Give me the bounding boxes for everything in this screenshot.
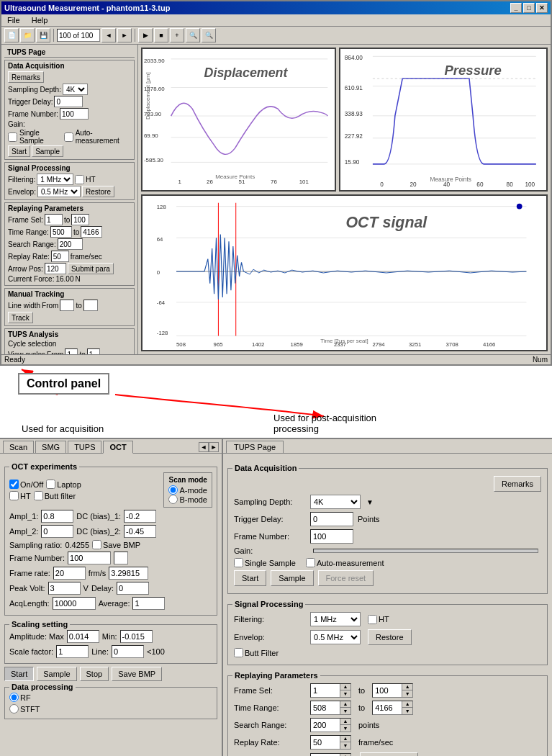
- frame-num-extra[interactable]: [114, 552, 128, 564]
- time-range-from[interactable]: [50, 226, 72, 238]
- toolbar-stop[interactable]: ■: [154, 28, 168, 42]
- cycles-from[interactable]: [65, 348, 78, 354]
- remarks-btn-small[interactable]: Remarks: [8, 71, 44, 83]
- amp-min-input[interactable]: [120, 630, 153, 643]
- ht-oct-check[interactable]: [9, 491, 19, 500]
- scale-factor-input[interactable]: [56, 645, 89, 658]
- toolbar-back[interactable]: ◄: [101, 28, 116, 42]
- frame-num-oct-input[interactable]: [68, 552, 111, 564]
- arrow-pos-input[interactable]: [45, 263, 66, 274]
- tups-frame-to-up[interactable]: ▲: [402, 683, 412, 690]
- toolbar-new[interactable]: 📄: [4, 28, 19, 42]
- oct-sample-btn[interactable]: Sample: [37, 667, 76, 681]
- tab-smg[interactable]: SMG: [35, 441, 66, 453]
- tups-restore-btn[interactable]: Restore: [368, 629, 412, 645]
- tups-filtering-select[interactable]: 1 MHz: [310, 612, 361, 626]
- trigger-input[interactable]: [54, 96, 83, 107]
- track-btn[interactable]: Track: [8, 312, 33, 323]
- toolbar-open[interactable]: 📁: [20, 28, 35, 42]
- tups-start-btn[interactable]: Start: [234, 570, 266, 586]
- b-mode-radio[interactable]: [168, 495, 178, 504]
- laptop-check[interactable]: [46, 480, 55, 489]
- auto-meas-check[interactable]: [64, 132, 73, 142]
- ampl1-input[interactable]: [41, 510, 73, 523]
- oct-save-bmp-btn[interactable]: Save BMP: [112, 667, 162, 681]
- toolbar-plus[interactable]: +: [170, 28, 184, 42]
- dc-bias2-input[interactable]: [124, 525, 156, 538]
- amp-max-input[interactable]: [67, 630, 99, 643]
- minimize-btn[interactable]: _: [510, 3, 522, 13]
- tups-replay-rate-down[interactable]: ▼: [340, 742, 350, 750]
- tups-search-up[interactable]: ▲: [340, 718, 350, 725]
- tups-arrow-pos-up[interactable]: ▲: [340, 753, 350, 756]
- average-input[interactable]: [132, 597, 165, 610]
- tups-submit-para-btn[interactable]: Submit para: [360, 752, 418, 756]
- peak-volt-input[interactable]: [48, 582, 81, 595]
- butt-filter-check[interactable]: [34, 491, 43, 500]
- tups-force-reset-btn[interactable]: Force reset: [318, 570, 374, 586]
- toolbar-zoom-in[interactable]: 🔍: [186, 28, 200, 42]
- submit-para-btn-small[interactable]: Submit para: [68, 263, 114, 274]
- tups-trigger-input[interactable]: [310, 512, 353, 526]
- toolbar-save[interactable]: 💾: [36, 28, 50, 42]
- oct-start-btn[interactable]: Start: [4, 667, 34, 681]
- acqlength-input[interactable]: [53, 597, 96, 610]
- tups-sample-btn[interactable]: Sample: [271, 570, 313, 586]
- toolbar-play[interactable]: ▶: [138, 28, 153, 42]
- frame-rate-calc[interactable]: [109, 567, 148, 580]
- start-btn-small[interactable]: Start: [8, 145, 30, 157]
- filtering-select[interactable]: 1 MHz: [37, 174, 73, 185]
- toolbar-forward[interactable]: ►: [117, 28, 132, 42]
- tups-time-from-down[interactable]: ▼: [340, 708, 350, 715]
- search-range-input[interactable]: [58, 238, 83, 250]
- tups-frame-num-input[interactable]: [310, 529, 353, 544]
- tab-scan[interactable]: Scan: [3, 441, 34, 453]
- tups-sampling-select[interactable]: 4K: [310, 495, 361, 509]
- tups-replay-rate-up[interactable]: ▲: [340, 735, 350, 742]
- tups-envelop-select[interactable]: 0.5 MHz: [310, 630, 361, 644]
- envelop-select[interactable]: 0.5 MHz: [37, 186, 81, 197]
- single-sample-check[interactable]: [8, 132, 17, 142]
- tups-gain-slider[interactable]: [313, 549, 538, 553]
- linewidth-from[interactable]: [60, 300, 74, 311]
- frame-sel-to[interactable]: [71, 214, 89, 225]
- frame-sel-from[interactable]: [45, 214, 63, 225]
- tups-single-sample-check[interactable]: [234, 558, 243, 567]
- frame-rate-input[interactable]: [53, 567, 86, 580]
- menu-file[interactable]: File: [4, 16, 23, 24]
- a-mode-radio[interactable]: [168, 485, 178, 495]
- dc-bias1-input[interactable]: [124, 510, 156, 523]
- tups-frame-from-up[interactable]: ▲: [340, 683, 350, 690]
- tups-time-to-down[interactable]: ▼: [402, 708, 412, 715]
- tab-tups[interactable]: TUPS: [68, 441, 101, 453]
- toolbar-page-input[interactable]: [57, 29, 100, 42]
- sample-btn-small[interactable]: Sample: [32, 145, 63, 157]
- linewidth-to[interactable]: [83, 300, 98, 311]
- menu-help[interactable]: Help: [29, 16, 51, 24]
- stft-radio[interactable]: [9, 704, 19, 714]
- save-bmp-check[interactable]: [92, 540, 101, 549]
- tups-search-down[interactable]: ▼: [340, 725, 350, 732]
- line-input[interactable]: [112, 645, 144, 658]
- replay-rate-input[interactable]: [51, 251, 69, 262]
- oct-stop-btn[interactable]: Stop: [80, 667, 109, 681]
- rf-radio[interactable]: [9, 693, 19, 702]
- tups-remarks-btn[interactable]: Remarks: [494, 476, 541, 492]
- tab-right-arrow[interactable]: ►: [209, 442, 219, 452]
- tab-left-arrow[interactable]: ◄: [199, 442, 209, 452]
- tab-oct[interactable]: OCT: [103, 441, 132, 454]
- tups-ht-check[interactable]: [368, 615, 377, 624]
- restore-btn-small[interactable]: Restore: [82, 186, 114, 197]
- tups-time-to-up[interactable]: ▲: [402, 701, 412, 708]
- tups-frame-to-down[interactable]: ▼: [402, 690, 412, 698]
- onoff-check[interactable]: [9, 480, 19, 489]
- tups-auto-meas-check[interactable]: [306, 558, 315, 567]
- tups-time-from-up[interactable]: ▲: [340, 701, 350, 708]
- tups-page-tab[interactable]: TUPS Page: [226, 441, 284, 453]
- time-range-to[interactable]: [81, 226, 102, 238]
- close-btn[interactable]: ✕: [536, 3, 548, 13]
- frame-num-input[interactable]: [60, 108, 89, 120]
- toolbar-zoom-out[interactable]: 🔍: [202, 28, 216, 42]
- cycles-to[interactable]: [87, 348, 100, 354]
- sampling-depth-select[interactable]: 4K: [63, 84, 88, 95]
